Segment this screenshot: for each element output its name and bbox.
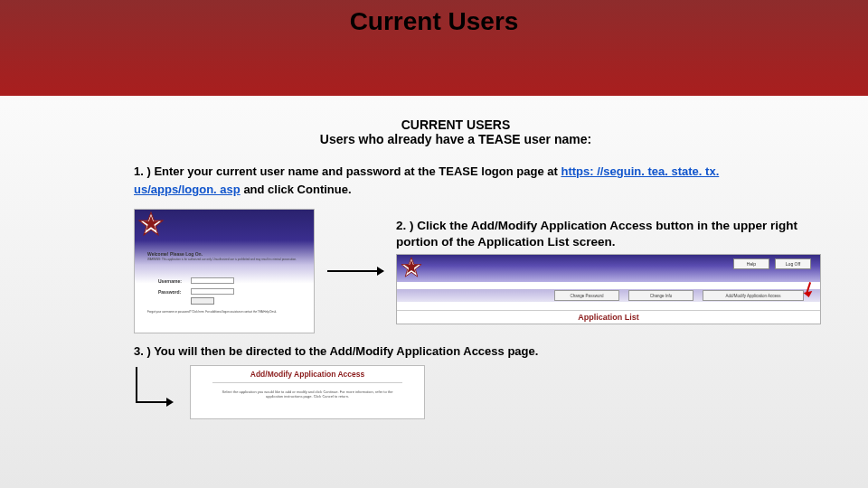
logoff-button-depiction: Log Off	[775, 258, 811, 269]
continue-button-depiction	[191, 297, 214, 305]
step-1: 1. ) Enter your current user name and pa…	[134, 163, 778, 198]
section-subtitle: Users who already have a TEASE user name…	[134, 132, 778, 146]
username-input	[191, 277, 234, 284]
texas-star-icon	[401, 257, 422, 278]
password-label: Password:	[158, 289, 181, 295]
help-button-depiction: Help	[733, 258, 769, 269]
slide-header: Current Users	[0, 0, 868, 96]
step-2: 2. ) Click the Add/Modify Application Ac…	[396, 218, 821, 250]
divider	[212, 382, 402, 383]
add-modify-blurb: Select the application you would like to…	[214, 389, 401, 399]
change-info-button-depiction: Change Info	[628, 290, 693, 301]
red-callout-arrow-icon	[802, 280, 815, 298]
slide-title: Current Users	[350, 7, 519, 36]
password-input	[191, 288, 234, 295]
username-label: Username:	[158, 278, 182, 284]
step-2-block: 2. ) Click the Add/Modify Application Ac…	[396, 218, 821, 324]
application-list-title: Application List	[397, 310, 820, 322]
step-3: 3. ) You will then be directed to the Ad…	[134, 344, 778, 358]
logon-footer: Forgot your username or password? Click …	[147, 311, 277, 314]
elbow-arrow-icon	[132, 367, 174, 418]
section-title: CURRENT USERS	[134, 117, 778, 132]
change-password-button-depiction: Change Password	[554, 290, 619, 301]
step-1-suffix: and click Continue.	[243, 183, 351, 196]
arrow-right-icon	[327, 270, 383, 272]
texas-star-icon	[138, 211, 164, 237]
add-modify-button-depiction: Add/Modify Application Access	[703, 290, 804, 301]
screenshot-logon: Welcome! Please Log On. WARNING: This ap…	[134, 209, 315, 333]
row-shots: Welcome! Please Log On. WARNING: This ap…	[134, 209, 778, 333]
step-3-row: Add/Modify Application Access Select the…	[134, 360, 778, 419]
screenshot-app-list: Help Log Off Change Password Change Info…	[396, 254, 821, 324]
logon-blurb: WARNING: This application is for authori…	[147, 258, 297, 262]
content-area: CURRENT USERS Users who already have a T…	[0, 96, 868, 419]
step-1-prefix: 1. ) Enter your current user name and pa…	[134, 164, 561, 178]
logon-welcome: Welcome! Please Log On.	[147, 251, 203, 257]
screenshot-add-modify: Add/Modify Application Access Select the…	[190, 365, 425, 419]
add-modify-title: Add/Modify Application Access	[191, 370, 424, 379]
